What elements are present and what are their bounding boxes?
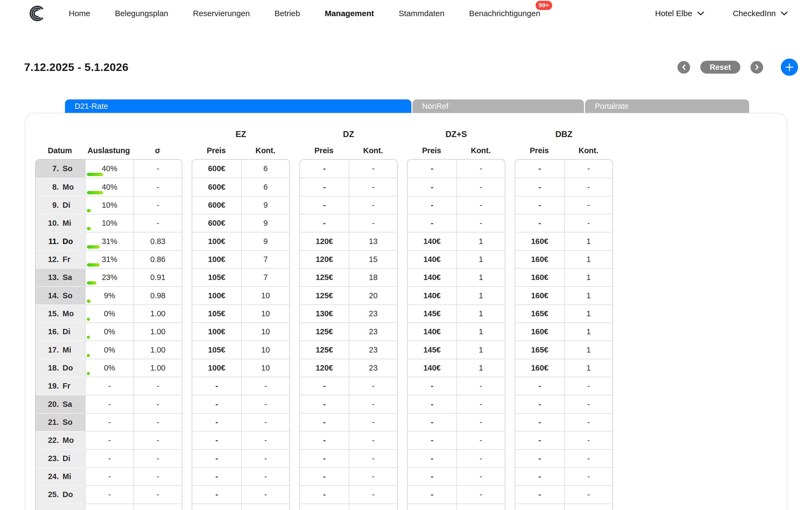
kontingent-cell[interactable]: 1 [456,286,505,304]
price-cell[interactable]: - [515,196,564,214]
previous-period-button[interactable] [678,61,690,74]
kontingent-cell[interactable]: - [241,413,290,431]
price-cell[interactable]: - [300,485,349,503]
kontingent-cell[interactable]: 9 [241,214,290,232]
nav-item-benachrichtigungen[interactable]: Benachrichtigungen99+ [469,9,540,18]
price-cell[interactable]: 165€ [515,305,564,322]
nav-item-reservierungen[interactable]: Reservierungen [193,9,250,18]
price-cell[interactable]: - [408,160,456,178]
price-cell[interactable]: - [408,504,456,510]
kontingent-cell[interactable]: - [349,377,397,395]
price-cell[interactable]: - [515,449,564,467]
price-cell[interactable]: - [408,467,456,485]
price-cell[interactable]: 105€ [192,268,241,286]
kontingent-cell[interactable]: - [349,504,397,510]
kontingent-cell[interactable]: - [564,413,612,431]
kontingent-cell[interactable]: 23 [349,305,397,322]
kontingent-cell[interactable]: - [241,431,290,449]
kontingent-cell[interactable]: 10 [241,305,290,322]
kontingent-cell[interactable]: 1 [564,268,612,286]
price-cell[interactable]: - [408,395,456,413]
kontingent-cell[interactable]: - [564,485,612,503]
kontingent-cell[interactable]: - [564,395,612,413]
price-cell[interactable]: - [408,214,456,232]
kontingent-cell[interactable]: 1 [456,340,505,359]
kontingent-cell[interactable]: - [241,377,290,395]
price-cell[interactable]: - [408,413,456,431]
kontingent-cell[interactable]: - [564,160,612,178]
kontingent-cell[interactable]: 10 [241,286,290,304]
kontingent-cell[interactable]: 1 [456,359,505,377]
kontingent-cell[interactable]: 1 [456,268,505,286]
nav-item-belegungsplan[interactable]: Belegungsplan [115,9,168,18]
kontingent-cell[interactable]: 1 [456,305,505,322]
nav-item-management[interactable]: Management [325,9,374,18]
reset-button[interactable]: Reset [700,61,740,74]
kontingent-cell[interactable]: - [349,196,397,214]
kontingent-cell[interactable]: - [456,413,505,431]
price-cell[interactable]: - [300,413,349,431]
price-cell[interactable]: - [192,431,241,449]
price-cell[interactable]: - [408,431,456,449]
price-cell[interactable]: - [408,377,456,395]
kontingent-cell[interactable]: - [564,214,612,232]
price-cell[interactable]: 600€ [192,196,241,214]
tab-portalrate[interactable]: Portalrate [585,100,749,113]
price-cell[interactable]: 160€ [515,322,564,340]
kontingent-cell[interactable]: - [241,485,290,503]
nav-item-stammdaten[interactable]: Stammdaten [399,9,444,18]
price-cell[interactable]: 120€ [300,232,349,250]
price-cell[interactable]: - [515,467,564,485]
price-cell[interactable]: - [515,395,564,413]
kontingent-cell[interactable]: 1 [564,340,612,359]
price-cell[interactable]: - [408,449,456,467]
price-cell[interactable]: - [300,467,349,485]
kontingent-cell[interactable]: - [349,214,397,232]
kontingent-cell[interactable]: 10 [241,322,290,340]
price-cell[interactable]: 125€ [300,340,349,359]
price-cell[interactable]: - [300,160,349,178]
kontingent-cell[interactable]: 15 [349,250,397,268]
price-cell[interactable]: 145€ [408,305,456,322]
kontingent-cell[interactable]: - [456,377,505,395]
kontingent-cell[interactable]: - [456,214,505,232]
kontingent-cell[interactable]: - [456,160,505,178]
kontingent-cell[interactable]: - [349,178,397,196]
price-cell[interactable]: 140€ [408,359,456,377]
price-cell[interactable]: - [300,196,349,214]
kontingent-cell[interactable]: 10 [241,340,290,359]
kontingent-cell[interactable]: - [241,395,290,413]
kontingent-cell[interactable]: - [456,467,505,485]
price-cell[interactable]: - [300,431,349,449]
price-cell[interactable]: 160€ [515,268,564,286]
kontingent-cell[interactable]: 20 [349,286,397,304]
price-cell[interactable]: 125€ [300,322,349,340]
kontingent-cell[interactable]: - [349,467,397,485]
kontingent-cell[interactable]: 1 [564,232,612,250]
price-cell[interactable]: - [300,214,349,232]
price-cell[interactable]: - [192,485,241,503]
kontingent-cell[interactable]: - [241,467,290,485]
price-cell[interactable]: - [515,214,564,232]
price-cell[interactable]: - [300,178,349,196]
price-cell[interactable]: 105€ [192,305,241,322]
price-cell[interactable]: 600€ [192,160,241,178]
price-cell[interactable]: 160€ [515,250,564,268]
price-cell[interactable]: - [192,504,241,510]
kontingent-cell[interactable]: 18 [349,268,397,286]
price-cell[interactable]: 145€ [408,340,456,359]
kontingent-cell[interactable]: - [456,395,505,413]
kontingent-cell[interactable]: 23 [349,340,397,359]
price-cell[interactable]: - [300,395,349,413]
price-cell[interactable]: - [515,377,564,395]
price-cell[interactable]: - [515,504,564,510]
price-cell[interactable]: 160€ [515,359,564,377]
price-cell[interactable]: - [192,395,241,413]
price-cell[interactable]: 140€ [408,268,456,286]
kontingent-cell[interactable]: - [456,449,505,467]
kontingent-cell[interactable]: - [349,395,397,413]
price-cell[interactable]: - [192,413,241,431]
price-cell[interactable]: 100€ [192,322,241,340]
kontingent-cell[interactable]: 6 [241,160,290,178]
price-cell[interactable]: - [192,467,241,485]
